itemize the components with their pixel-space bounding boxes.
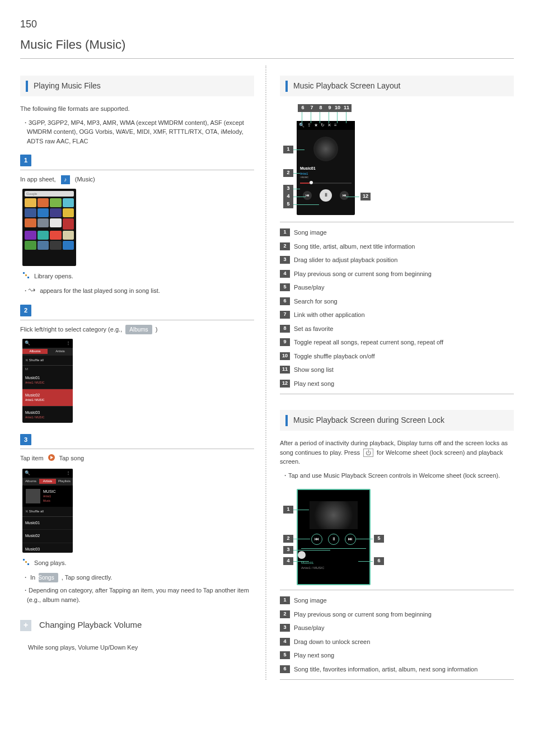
song-album: / MUSIC — [300, 176, 352, 179]
step-1-result: Library opens. — [20, 272, 254, 282]
page-title: Music Files (Music) — [20, 35, 514, 54]
plus-section: + Changing Playback Volume — [20, 619, 254, 632]
song-image — [313, 137, 338, 161]
next-button[interactable]: ⏭ — [340, 191, 349, 200]
now-playing-icon — [32, 287, 36, 296]
plus-title: Changing Playback Volume — [39, 619, 142, 632]
step-2-badge: 2 — [20, 305, 31, 316]
step-1-result-text: Library opens. — [34, 273, 73, 279]
formats-intro: The following file formats are supported… — [20, 104, 254, 114]
playback-screenshot: 🔍 ⇪ ★ ↻ ✕ ≡ Music01 Artist1 / MUSIC — [297, 121, 355, 215]
playback-legend: 1Song image 2Song title, artist, album, … — [280, 222, 514, 394]
lock-pause-button[interactable]: ⏸ — [328, 534, 339, 545]
result-icon — [22, 272, 30, 282]
step-3-bullet-1b: , Tap song directly. — [62, 574, 113, 581]
step-2-text-a: Flick left/right to select category (e.g… — [20, 326, 124, 333]
svg-rect-1 — [25, 274, 27, 276]
unlock-drag[interactable] — [298, 551, 369, 559]
left-column: Playing Music Files The following file f… — [20, 66, 264, 680]
repeat-icon[interactable]: ↻ — [321, 122, 325, 129]
column-divider — [265, 66, 266, 680]
right-column: Music Playback Screen Layout 6 7 8 9 10 … — [268, 66, 514, 680]
music-app-icon: ♪ — [61, 175, 70, 184]
song-artist: Artist1 — [300, 172, 352, 176]
lock-prev-button[interactable]: ⏮ — [311, 534, 322, 545]
step-3-result: Song plays. — [20, 558, 254, 569]
lock-screenshot: ⏮ ⏸ ⏭ Music01 Artist1 / MUSIC — [297, 489, 371, 585]
section-title: Music Playback Screen during Screen Lock — [293, 414, 444, 426]
step-1-bullet-text: appears for the last played song in song… — [40, 287, 160, 294]
step-3-bullet-2: Depending on category, after Tapping an … — [20, 586, 254, 604]
pause-button[interactable]: ⏸ — [320, 189, 332, 202]
step-2-underline — [20, 320, 254, 320]
step-1-text-a: In app sheet, — [20, 176, 58, 183]
app-sheet-screenshot: Google — [22, 189, 76, 266]
section-title: Playing Music Files — [34, 80, 101, 92]
lock-screen-bullet: Tap and use Music Playback Screen contro… — [280, 471, 514, 480]
prev-button[interactable]: ⏮ — [303, 191, 312, 200]
step-3-bullet-1: In Songs , Tap song directly. — [20, 573, 254, 582]
songs-tag: Songs — [39, 573, 58, 582]
section-playing-music: Playing Music Files — [20, 76, 254, 96]
step-3-result-text: Song plays. — [34, 559, 66, 566]
result-icon-2 — [22, 558, 30, 569]
page-number: 150 — [20, 17, 514, 32]
next-arrow-icon — [48, 454, 55, 464]
albums-tag: Albums — [125, 325, 152, 334]
step-3-underline — [20, 449, 254, 449]
search-bar: Google — [25, 191, 74, 197]
svg-rect-6 — [27, 563, 29, 565]
lock-next-button[interactable]: ⏭ — [345, 534, 356, 545]
step-2-text-b: ) — [156, 326, 158, 333]
section-stripe — [285, 81, 288, 92]
title-underline — [20, 58, 514, 59]
step-1-text: In app sheet, ♪ (Music) — [20, 175, 254, 184]
step-3-badge: 3 — [20, 434, 31, 446]
album-detail-screenshot: 🔍 ⋮ Albums Artists Playlists MUSIC Artis… — [22, 469, 73, 553]
power-key-icon: ⏻ — [363, 449, 373, 457]
step-3-text: Tap item Tap song — [20, 454, 254, 464]
svg-rect-4 — [23, 559, 25, 561]
section-stripe — [285, 415, 288, 426]
song-title: Music01 — [300, 166, 352, 172]
section-lock-screen: Music Playback Screen during Screen Lock — [280, 410, 514, 431]
step-1-bullet: appears for the last played song in song… — [20, 286, 254, 296]
step-1-badge: 1 — [20, 155, 31, 166]
playback-slider[interactable] — [300, 183, 352, 184]
section-stripe — [26, 81, 28, 92]
step-3-text-b: Tap song — [59, 455, 85, 462]
lock-diagram: 1 2 3 4 5 6 ⏮ ⏸ ⏭ — [280, 483, 414, 584]
step-3-bullet-1a: In — [30, 574, 37, 581]
section-title: Music Playback Screen Layout — [293, 80, 400, 92]
lock-legend: 1Song image 2Play previous song or curre… — [280, 590, 514, 680]
svg-rect-2 — [27, 277, 29, 278]
list-icon[interactable]: ≡ — [334, 122, 337, 129]
step-1-text-b: (Music) — [75, 176, 95, 183]
plus-body: While song plays, Volume Up/Down Key — [20, 637, 254, 656]
plus-icon: + — [20, 620, 31, 631]
step-2-text: Flick left/right to select category (e.g… — [20, 325, 254, 334]
svg-rect-5 — [25, 561, 27, 563]
favorite-icon[interactable]: ★ — [314, 122, 318, 129]
lock-song-image — [310, 501, 358, 529]
playback-diagram: 6 7 8 9 10 11 1 2 3 4 — [280, 104, 437, 216]
svg-rect-0 — [23, 272, 25, 274]
step-1-underline — [20, 170, 254, 170]
lock-screen-body: After a period of inactivity during play… — [280, 438, 514, 466]
step-3-text-a: Tap item — [20, 455, 45, 462]
formats-list: 3GPP, 3GPP2, MP4, MP3, AMR, WMA (except … — [20, 118, 254, 146]
section-playback-layout: Music Playback Screen Layout — [280, 76, 514, 96]
song-list-screenshot: 🔍 ⋮ Albums Artists ⤮ Shuffle all M Music… — [22, 339, 73, 423]
